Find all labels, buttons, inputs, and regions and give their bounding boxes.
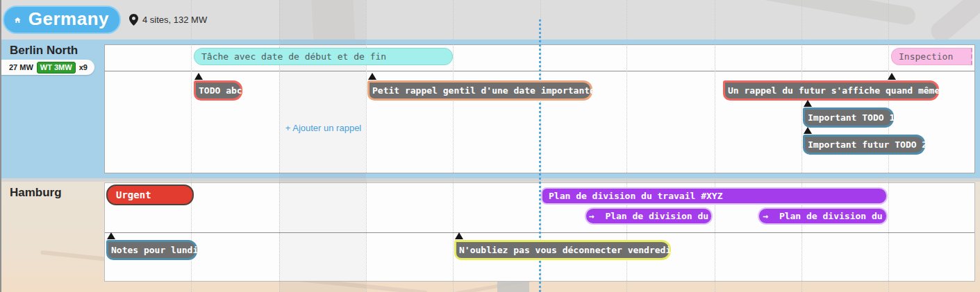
top-header: Germany 4 sites, 132 MW [0,0,980,40]
site-row-hamburg: Hamburg Urgent Plan de division du trava… [1,182,980,292]
grid-line [366,0,367,292]
home-icon [15,14,21,26]
site-capacity: 27 MW [9,63,33,71]
site-row-berlin-north: Berlin North 27 MW WT 3MW x9 Tâche avec … [1,40,980,178]
task-bar-plan-division-part-2[interactable]: → Plan de division du [758,207,888,225]
marker-triangle [107,232,115,239]
task-bar-inspection[interactable]: Inspection [891,48,972,65]
turbine-count: x9 [79,63,88,71]
region-label: Germany [28,10,109,30]
marker-triangle [888,73,896,80]
background-turbine-tower [497,282,529,292]
reminder-notes-lundi[interactable]: Notes pour lundi [106,240,197,260]
reminder-todo-abc[interactable]: TODO abc [194,80,242,101]
region-home-button[interactable]: Germany [3,6,121,34]
week-shade-column [279,0,366,292]
marker-triangle [804,100,812,107]
reminder-rappel-futur[interactable]: Un rappel du futur s'affiche quand même [723,80,939,101]
location-pin-icon [129,14,138,26]
reminder-important-todo-1[interactable]: Important TODO 1 [803,108,894,128]
task-bar-plan-division-main[interactable]: Plan de division du travail #XYZ [541,187,888,205]
sites-summary-label: 4 sites, 132 MW [142,15,207,25]
reminder-important-futur-todo-2[interactable]: Important futur TODO 2 [803,135,925,155]
grid-line [802,0,802,292]
marker-triangle [455,232,463,239]
task-bar-urgent[interactable]: Urgent [106,184,194,205]
reminder-petit-rappel[interactable]: Petit rappel gentil d'une date important… [367,80,592,101]
add-reminder-link[interactable]: + Ajouter un rappel [280,123,367,133]
grid-line [715,0,715,292]
site-capacity-pill: 27 MW WT 3MW x9 [1,60,94,75]
marker-triangle [804,127,812,134]
marker-triangle [368,73,376,80]
window-edge [0,0,1,292]
sites-summary: 4 sites, 132 MW [129,14,207,26]
reminder-deconnecter-vendredi[interactable]: N'oubliez pas vous déconnecter vendredi! [454,240,671,260]
marker-triangle [194,73,203,80]
background-turbine-blade [708,0,917,26]
background-turbine-blade [927,0,980,40]
site-name-hamburg[interactable]: Hamburg [10,186,62,200]
site-name-berlin-north[interactable]: Berlin North [10,44,78,58]
turbine-type-badge: WT 3MW [37,62,76,74]
task-bar-plan-division-part-1[interactable]: → Plan de division du [585,207,713,225]
task-bar-tache-debut-fin[interactable]: Tâche avec date de début et de fin [194,48,453,65]
grid-line [453,0,454,292]
